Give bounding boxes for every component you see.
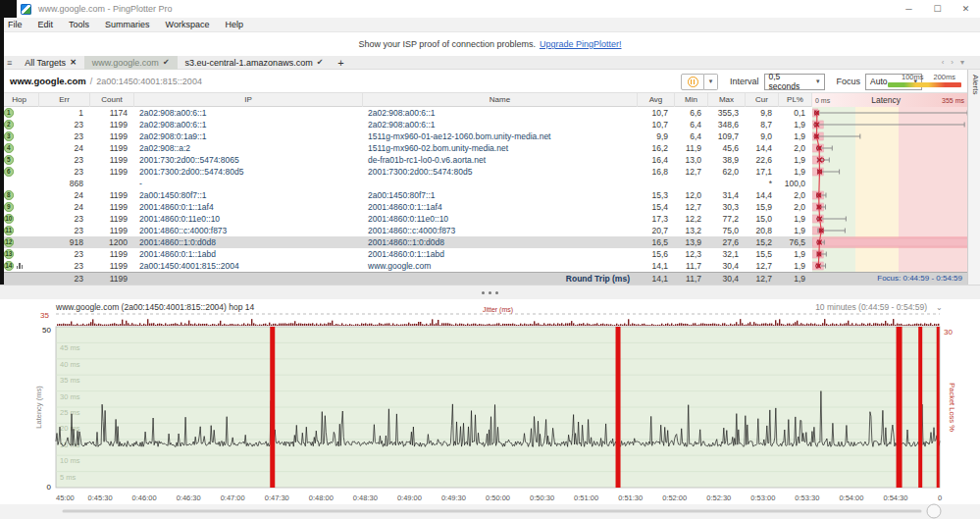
col-header-hop[interactable]: Hop <box>0 93 39 107</box>
jitter-bar <box>938 324 939 326</box>
jitter-bar <box>734 324 735 326</box>
jitter-bar <box>563 325 564 326</box>
jitter-bar <box>659 325 660 326</box>
app-icon <box>21 4 31 15</box>
pane-splitter[interactable] <box>0 285 980 299</box>
table-row-hop-14[interactable]: 142311992a00:1450:4001:815::2004www.goog… <box>0 260 967 272</box>
jitter-bar <box>281 324 282 326</box>
table-row-hop-13[interactable]: 132311992001:4860:0:1::1abd2001:4860:0:1… <box>0 248 967 260</box>
cell-latency-graph <box>812 201 967 213</box>
interval-select[interactable]: 0,5 seconds ▾ <box>764 74 825 90</box>
jitter-bar <box>408 323 409 326</box>
cell-cur: 20,8 <box>746 225 779 236</box>
jitter-bar <box>451 325 452 326</box>
jitter-bar <box>279 324 280 326</box>
pause-dropdown-button[interactable]: ▾ <box>704 74 718 90</box>
tab-menu-icon[interactable]: ▾ <box>960 58 964 67</box>
col-header-err[interactable]: Err <box>39 93 90 107</box>
jitter-bar <box>320 324 321 326</box>
col-header-name[interactable]: Name <box>363 93 638 107</box>
jitter-bar <box>887 323 888 326</box>
close-button[interactable]: ✕ <box>952 1 980 17</box>
alerts-side-tab[interactable]: Alerts <box>967 70 980 285</box>
add-target-button[interactable]: + <box>331 57 350 69</box>
table-row-hop-12[interactable]: 1291812002001:4860::1:0:d0d82001:4860::1… <box>0 236 967 248</box>
menu-help[interactable]: Help <box>225 20 243 29</box>
cell-count: 1199 <box>90 189 134 201</box>
target-list-icon[interactable]: ≡ <box>7 58 12 68</box>
hop-number-badge: 2 <box>4 120 14 130</box>
table-row-hop-9[interactable]: 92411992001:4860:0:1::1af42001:4860:0:1:… <box>0 201 967 213</box>
col-header-min[interactable]: Min <box>675 93 708 107</box>
gridline-label: 10 ms <box>60 456 80 465</box>
jitter-bar <box>110 324 111 326</box>
jitter-bar <box>387 324 387 326</box>
maximize-button[interactable]: ☐ <box>923 1 952 17</box>
jitter-bar <box>665 324 666 326</box>
table-row-hop-3[interactable]: 32311992a02:908:0:1a9::11511g-mx960-01-a… <box>0 130 967 142</box>
jitter-bar <box>922 325 923 326</box>
table-row-hop-8[interactable]: 82411992a00:1450:80f7::12a00:1450:80f7::… <box>0 189 967 201</box>
table-row-hop-6[interactable]: 62311992001:7300:2d00::5474:80d52001:730… <box>0 166 967 178</box>
jitter-bar <box>644 324 645 326</box>
minimize-button[interactable]: ─ <box>895 1 923 17</box>
jitter-bar <box>632 323 633 326</box>
cell-latency-graph <box>812 248 967 260</box>
upgrade-link[interactable]: Upgrade PingPlotter! <box>540 39 622 49</box>
jitter-bar <box>761 324 762 326</box>
menu-file[interactable]: File <box>8 20 23 29</box>
menu-summaries[interactable]: Summaries <box>105 20 150 29</box>
latency-scale-max: 355 ms <box>942 97 964 104</box>
jitter-bar <box>842 324 843 326</box>
jitter-bar <box>345 324 346 326</box>
jitter-bar <box>859 325 860 326</box>
cell-hop: 2 <box>0 119 39 130</box>
tab-www-google-com[interactable]: www.google.com✔ <box>84 56 178 70</box>
time-range-selector[interactable]: 10 minutes (0:44:59 - 0:54:59) <box>815 302 927 312</box>
menu-workspace[interactable]: Workspace <box>166 20 210 29</box>
cell-count: 1199 <box>90 201 134 213</box>
jitter-bar <box>744 325 745 326</box>
table-row-hop-1[interactable]: 1111742a02:908:a00:6::12a02:908:a00:6::1… <box>0 107 967 119</box>
jitter-bar <box>424 325 425 326</box>
tab-s3-eu-central-1-amazonaws-com[interactable]: s3.eu-central-1.amazonaws.com✔ <box>178 56 332 70</box>
time-scrollbar-thumb[interactable] <box>927 504 941 518</box>
pause-button[interactable] <box>681 74 704 90</box>
tab-close-icon[interactable]: ✕ <box>70 58 77 67</box>
col-header-max[interactable]: Max <box>708 93 746 107</box>
jitter-bar <box>879 324 880 326</box>
jitter-bar <box>671 323 672 326</box>
col-header-count[interactable]: Count <box>90 93 134 107</box>
jitter-bar <box>514 324 515 326</box>
tab-scroll-left-icon[interactable]: ‹ <box>942 58 945 67</box>
jitter-bar <box>891 324 892 326</box>
jitter-bar <box>349 324 350 326</box>
cell-max: 30,4 <box>708 260 746 272</box>
cell-hop: 3 <box>0 130 39 142</box>
menu-tools[interactable]: Tools <box>69 20 89 29</box>
col-header-cur[interactable]: Cur <box>746 93 779 107</box>
hop-number-badge: 10 <box>4 214 14 224</box>
jitter-bar <box>804 325 805 326</box>
table-row-hop-5[interactable]: 52311992001:730:2d00::5474:8065de-fra01b… <box>0 154 967 166</box>
jitter-bar <box>218 324 219 326</box>
tab-scroll-right-icon[interactable]: › <box>951 58 954 67</box>
jitter-bar <box>579 324 580 326</box>
x-tick-label: 0:50:00 <box>486 493 510 502</box>
trace-controls: ▾ Interval 0,5 seconds ▾ Focus Auto ▾ <box>681 70 922 93</box>
x-tick-label: 0:46:30 <box>177 493 201 502</box>
tab-all-targets[interactable]: All Targets✕ <box>17 56 84 70</box>
x-tick-label: 0:54:30 <box>883 493 907 502</box>
jitter-bar <box>532 324 533 326</box>
table-row-hop-2[interactable]: 22311992a02:908:a00:6::12a02:908:a00:6::… <box>0 119 967 130</box>
table-row-hop-4[interactable]: 42411992a02:908::a:21511g-mx960-02.bom.u… <box>0 142 967 154</box>
table-row-hop-11[interactable]: 112311992001:4860::c:4000:f8732001:4860:… <box>0 225 967 236</box>
col-header-avg[interactable]: Avg <box>638 93 675 107</box>
menu-edit[interactable]: Edit <box>38 20 54 29</box>
col-header-ip[interactable]: IP <box>134 93 363 107</box>
col-header-pl[interactable]: PL% <box>779 93 812 107</box>
table-row-hop-unknown[interactable]: 868-*100,0 <box>0 178 967 189</box>
hop-number-badge: 11 <box>4 226 14 235</box>
table-row-hop-10[interactable]: 102311992001:4860:0:11e0::102001:4860:0:… <box>0 213 967 225</box>
cell-name: 2a02:908:a00:6::1 <box>363 107 638 119</box>
